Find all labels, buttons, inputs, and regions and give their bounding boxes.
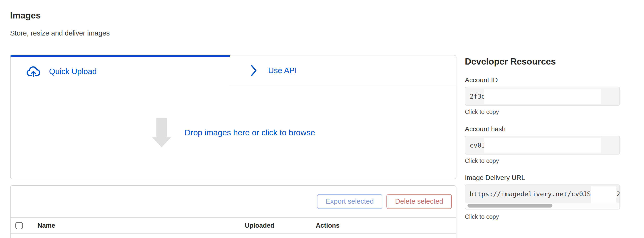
tab-use-api[interactable]: Use API <box>230 55 456 86</box>
redaction-overlay <box>484 138 601 153</box>
image-delivery-url-value: https://imagedelivery.net/cv0JSj <box>470 190 595 198</box>
table-header-row: Name Uploaded Actions <box>10 218 456 234</box>
table-toolbar: Export selected Delete selected <box>10 186 456 218</box>
column-header-name: Name <box>28 222 245 229</box>
download-arrow-icon <box>152 118 172 147</box>
account-hash-label: Account hash <box>465 125 506 133</box>
column-header-uploaded: Uploaded <box>245 222 316 229</box>
horizontal-scrollbar <box>466 203 618 208</box>
column-header-actions: Actions <box>316 222 456 229</box>
image-delivery-url-label: Image Delivery URL <box>465 174 525 182</box>
account-id-value: 2f3d <box>470 93 485 100</box>
redaction-overlay <box>484 89 601 104</box>
dropzone-text: Drop images here or click to browse <box>185 128 315 137</box>
export-selected-button[interactable]: Export selected <box>317 194 382 209</box>
account-hash-field[interactable]: cv0J <box>465 136 620 154</box>
upload-card: Quick Upload Use API Drop images here or… <box>10 55 456 179</box>
images-table-card: Export selected Delete selected Name Upl… <box>10 185 456 238</box>
page-subtitle: Store, resize and deliver images <box>10 29 110 37</box>
account-hash-value: cv0J <box>470 141 485 149</box>
image-delivery-url-copy-hint: Click to copy <box>465 213 499 220</box>
account-hash-copy-hint: Click to copy <box>465 157 499 164</box>
dropzone[interactable]: Drop images here or click to browse <box>10 86 456 179</box>
account-id-copy-hint: Click to copy <box>465 109 499 116</box>
page-title: Images <box>10 10 41 21</box>
horizontal-scrollbar-thumb[interactable] <box>468 204 552 208</box>
developer-resources-heading: Developer Resources <box>465 57 556 67</box>
tab-quick-upload-label: Quick Upload <box>49 67 97 76</box>
cloud-upload-icon <box>26 66 40 77</box>
chevron-right-icon <box>250 64 257 77</box>
tab-bar: Quick Upload Use API <box>10 55 456 86</box>
tab-use-api-label: Use API <box>268 66 297 75</box>
tab-quick-upload[interactable]: Quick Upload <box>10 55 230 86</box>
delete-selected-button[interactable]: Delete selected <box>386 194 452 209</box>
images-page: Images Store, resize and deliver images … <box>0 0 644 238</box>
account-id-field[interactable]: 2f3d <box>465 87 620 106</box>
account-id-label: Account ID <box>465 76 498 84</box>
image-delivery-url-field[interactable]: https://imagedelivery.net/cv0JSj 2 <box>465 185 620 210</box>
url-clipped-fragment: 2 <box>616 190 620 198</box>
select-all-checkbox[interactable] <box>16 222 23 229</box>
